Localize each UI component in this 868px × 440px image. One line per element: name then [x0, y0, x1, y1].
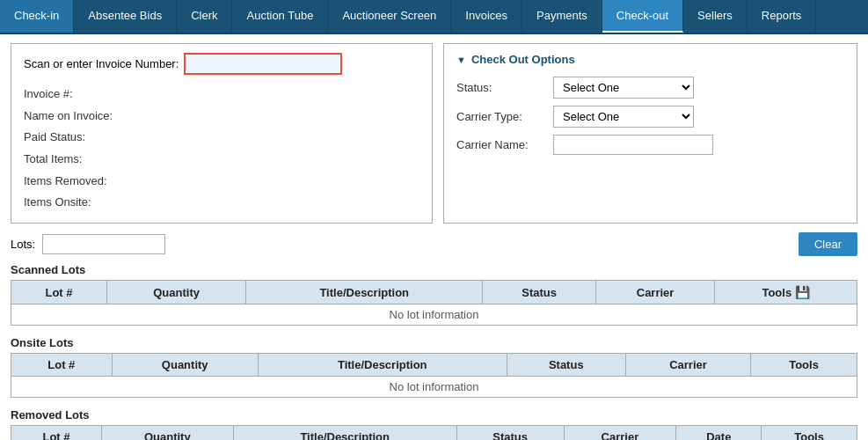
tab-invoices[interactable]: Invoices: [451, 0, 522, 33]
tab-absentee-bids[interactable]: Absentee Bids: [74, 0, 177, 33]
tab-auctioneer-screen[interactable]: Auctioneer Screen: [328, 0, 451, 33]
onsite-col-lot: Lot #: [11, 354, 113, 377]
paid-status-row: Paid Status:: [24, 127, 419, 149]
carrier-type-row: Carrier Type: Select One: [456, 106, 844, 128]
checkout-options-title: Check Out Options: [471, 53, 575, 66]
scanned-col-quantity: Quantity: [107, 281, 246, 304]
onsite-col-quantity: Quantity: [112, 354, 258, 377]
status-label: Status:: [456, 81, 553, 94]
invoice-number-row: Invoice #:: [24, 84, 419, 106]
scanned-no-data-cell: No lot information: [11, 304, 857, 326]
scanned-col-tools: Tools 💾: [715, 281, 857, 304]
onsite-lots-table: Lot # Quantity Title/Description Status …: [11, 353, 857, 398]
removed-col-title: Title/Description: [233, 426, 456, 440]
removed-col-date: Date: [676, 426, 762, 440]
items-removed-row: Items Removed:: [24, 171, 419, 193]
tab-checkin[interactable]: Check-in: [0, 0, 74, 33]
nav-tabs: Check-in Absentee Bids Clerk Auction Tub…: [0, 0, 868, 34]
items-onsite-label: Items Onsite:: [24, 192, 138, 214]
name-on-invoice-label: Name on Invoice:: [24, 106, 138, 128]
scan-row: Scan or enter Invoice Number:: [24, 53, 419, 75]
save-icon[interactable]: 💾: [795, 285, 810, 299]
onsite-lots-title: Onsite Lots: [11, 336, 857, 349]
lots-input[interactable]: [42, 234, 165, 254]
total-items-row: Total Items:: [24, 149, 419, 171]
top-section: Scan or enter Invoice Number: Invoice #:…: [11, 43, 857, 224]
carrier-name-row: Carrier Name:: [456, 135, 844, 155]
tab-sellers[interactable]: Sellers: [683, 0, 748, 33]
onsite-no-data-cell: No lot information: [11, 377, 857, 398]
invoice-number-input[interactable]: [184, 53, 342, 75]
onsite-col-tools: Tools: [751, 354, 857, 377]
onsite-no-data-row: No lot information: [11, 377, 857, 398]
removed-lots-table: Lot # Quantity Title/Description Status …: [11, 425, 857, 440]
main-content: Scan or enter Invoice Number: Invoice #:…: [0, 34, 868, 440]
removed-col-lot: Lot #: [11, 426, 102, 440]
total-items-label: Total Items:: [24, 149, 138, 171]
tab-clerk[interactable]: Clerk: [177, 0, 232, 33]
checkout-options-header: ▼ Check Out Options: [456, 53, 844, 66]
carrier-name-input[interactable]: [553, 135, 713, 155]
scanned-col-lot: Lot #: [11, 281, 107, 304]
scanned-lots-section: Scanned Lots Lot # Quantity Title/Descri…: [11, 263, 857, 326]
scan-label: Scan or enter Invoice Number:: [24, 57, 179, 70]
removed-lots-title: Removed Lots: [11, 408, 857, 422]
collapse-arrow-icon[interactable]: ▼: [456, 55, 466, 65]
lots-label: Lots:: [11, 238, 35, 251]
scanned-lots-table: Lot # Quantity Title/Description Status …: [11, 280, 857, 326]
items-onsite-row: Items Onsite:: [24, 192, 419, 214]
clear-button[interactable]: Clear: [799, 232, 857, 256]
tab-payments[interactable]: Payments: [522, 0, 602, 33]
carrier-name-label: Carrier Name:: [456, 138, 553, 151]
name-on-invoice-row: Name on Invoice:: [24, 106, 419, 128]
paid-status-label: Paid Status:: [24, 127, 138, 149]
scanned-col-carrier: Carrier: [595, 281, 714, 304]
scanned-no-data-row: No lot information: [11, 304, 857, 326]
checkout-options-panel: ▼ Check Out Options Status: Select One C…: [443, 43, 857, 224]
onsite-lots-section: Onsite Lots Lot # Quantity Title/Descrip…: [11, 336, 857, 398]
onsite-col-status: Status: [507, 354, 625, 377]
removed-col-tools: Tools: [762, 426, 857, 440]
scanned-lots-title: Scanned Lots: [11, 263, 857, 276]
status-row: Status: Select One: [456, 77, 844, 99]
removed-col-quantity: Quantity: [102, 426, 234, 440]
carrier-type-label: Carrier Type:: [456, 110, 553, 123]
removed-col-status: Status: [456, 426, 564, 440]
tab-auction-tube[interactable]: Auction Tube: [232, 0, 328, 33]
invoice-details: Invoice #: Name on Invoice: Paid Status:…: [24, 84, 419, 214]
items-removed-label: Items Removed:: [24, 171, 138, 193]
lots-left: Lots:: [11, 234, 165, 254]
tab-checkout[interactable]: Check-out: [602, 0, 683, 33]
lots-row: Lots: Clear: [11, 232, 857, 256]
onsite-col-carrier: Carrier: [625, 354, 750, 377]
carrier-type-select[interactable]: Select One: [553, 106, 694, 128]
removed-lots-section: Removed Lots Lot # Quantity Title/Descri…: [11, 408, 857, 440]
status-select[interactable]: Select One: [553, 77, 694, 99]
onsite-col-title: Title/Description: [258, 354, 507, 377]
scanned-col-status: Status: [483, 281, 596, 304]
invoice-number-label: Invoice #:: [24, 84, 138, 106]
scanned-col-title: Title/Description: [246, 281, 483, 304]
removed-col-carrier: Carrier: [564, 426, 676, 440]
invoice-panel: Scan or enter Invoice Number: Invoice #:…: [11, 43, 433, 224]
tab-reports[interactable]: Reports: [748, 0, 817, 33]
